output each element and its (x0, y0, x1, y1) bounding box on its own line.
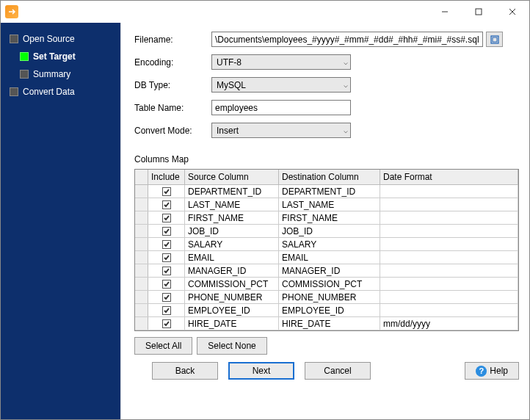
destination-column-cell[interactable]: EMAIL (279, 251, 380, 264)
select-all-button[interactable]: Select All (134, 337, 192, 355)
include-cell[interactable] (148, 291, 185, 303)
row-handle[interactable] (135, 198, 148, 211)
step-indicator-icon (20, 70, 29, 79)
source-column-cell[interactable]: HIRE_DATE (185, 317, 279, 330)
source-column-cell[interactable]: LAST_NAME (185, 198, 279, 211)
app-icon (5, 5, 18, 18)
source-column-cell[interactable]: MANAGER_ID (185, 264, 279, 277)
table-row[interactable]: SALARYSALARY (135, 238, 518, 251)
destination-column-cell[interactable]: COMMISSION_PCT (279, 278, 380, 290)
date-format-cell[interactable] (380, 198, 518, 211)
source-column-cell[interactable]: SALARY (185, 238, 279, 250)
sidebar-item-label: Convert Data (23, 87, 75, 97)
include-cell[interactable] (148, 185, 185, 198)
source-column-cell[interactable]: JOB_ID (185, 225, 279, 237)
row-handle[interactable] (135, 278, 148, 290)
date-format-cell[interactable] (380, 251, 518, 264)
source-column-cell[interactable]: EMPLOYEE_ID (185, 304, 279, 316)
grid-header-include[interactable]: Include (148, 170, 185, 184)
encoding-select[interactable]: UTF-8⌵ (211, 54, 351, 70)
include-cell[interactable] (148, 317, 185, 330)
next-button[interactable]: Next (228, 362, 294, 380)
select-none-button[interactable]: Select None (197, 337, 266, 355)
include-cell[interactable] (148, 198, 185, 211)
destination-column-cell[interactable]: PHONE_NUMBER (279, 291, 380, 303)
include-cell[interactable] (148, 225, 185, 237)
destination-column-cell[interactable]: JOB_ID (279, 225, 380, 237)
include-cell[interactable] (148, 238, 185, 250)
tablename-input[interactable] (211, 100, 351, 115)
table-row[interactable]: JOB_IDJOB_ID (135, 225, 518, 238)
destination-column-cell[interactable]: DEPARTMENT_ID (279, 185, 380, 198)
source-column-cell[interactable]: EMAIL (185, 251, 279, 264)
date-format-cell[interactable] (380, 185, 518, 198)
table-row[interactable]: COMMISSION_PCTCOMMISSION_PCT (135, 278, 518, 291)
destination-column-cell[interactable]: SALARY (279, 238, 380, 250)
grid-header-destination[interactable]: Destination Column (279, 170, 380, 184)
step-indicator-icon (20, 52, 29, 61)
row-handle[interactable] (135, 251, 148, 264)
row-handle[interactable] (135, 238, 148, 250)
help-button[interactable]: ? Help (465, 362, 519, 380)
filename-input[interactable] (211, 32, 483, 47)
include-cell[interactable] (148, 264, 185, 277)
row-handle[interactable] (135, 225, 148, 237)
destination-column-cell[interactable]: HIRE_DATE (279, 317, 380, 330)
convertmode-select[interactable]: Insert⌵ (211, 123, 351, 138)
checkbox-icon (162, 306, 171, 315)
table-row[interactable]: FIRST_NAMEFIRST_NAME (135, 211, 518, 225)
date-format-cell[interactable] (380, 264, 518, 277)
include-cell[interactable] (148, 278, 185, 290)
back-button[interactable]: Back (152, 362, 218, 380)
step-indicator-icon (10, 35, 18, 43)
table-row[interactable]: EMAILEMAIL (135, 251, 518, 264)
close-button[interactable] (495, 1, 529, 23)
grid-header-dateformat[interactable]: Date Format (380, 170, 518, 184)
date-format-cell[interactable] (380, 211, 518, 224)
source-column-cell[interactable]: FIRST_NAME (185, 211, 279, 224)
table-row[interactable]: DEPARTMENT_IDDEPARTMENT_ID (135, 185, 518, 198)
date-format-cell[interactable] (380, 238, 518, 250)
date-format-cell[interactable] (380, 278, 518, 290)
table-row[interactable]: LAST_NAMELAST_NAME (135, 198, 518, 211)
source-column-cell[interactable]: DEPARTMENT_ID (185, 185, 279, 198)
table-row[interactable]: HIRE_DATEHIRE_DATEmm/dd/yyyy (135, 317, 518, 330)
maximize-button[interactable] (462, 1, 495, 23)
table-row[interactable]: PHONE_NUMBERPHONE_NUMBER (135, 291, 518, 304)
destination-column-cell[interactable]: EMPLOYEE_ID (279, 304, 380, 316)
grid-header-source[interactable]: Source Column (185, 170, 279, 184)
date-format-cell[interactable] (380, 291, 518, 303)
include-cell[interactable] (148, 211, 185, 224)
include-cell[interactable] (148, 304, 185, 316)
browse-button[interactable] (486, 32, 503, 47)
row-handle[interactable] (135, 291, 148, 303)
help-icon: ? (476, 366, 487, 377)
row-handle[interactable] (135, 211, 148, 224)
date-format-cell[interactable]: mm/dd/yyyy (380, 317, 518, 330)
destination-column-cell[interactable]: MANAGER_ID (279, 264, 380, 277)
cancel-button[interactable]: Cancel (305, 362, 371, 380)
table-row[interactable]: MANAGER_IDMANAGER_ID (135, 264, 518, 278)
sidebar-item-set-target[interactable]: Set Target (7, 48, 120, 65)
source-column-cell[interactable]: PHONE_NUMBER (185, 291, 279, 303)
wizard-window: Open SourceSet TargetSummaryConvert Data… (0, 0, 530, 420)
row-handle[interactable] (135, 317, 148, 330)
row-handle[interactable] (135, 264, 148, 277)
row-handle[interactable] (135, 304, 148, 316)
sidebar-item-open-source[interactable]: Open Source (7, 30, 120, 48)
sidebar-item-convert-data[interactable]: Convert Data (7, 83, 120, 101)
source-column-cell[interactable]: COMMISSION_PCT (185, 278, 279, 290)
convertmode-value: Insert (217, 126, 239, 136)
sidebar-item-summary[interactable]: Summary (7, 65, 120, 83)
dbtype-select[interactable]: MySQL⌵ (211, 77, 351, 93)
sidebar-item-label: Summary (33, 69, 70, 79)
date-format-cell[interactable] (380, 304, 518, 316)
row-handle[interactable] (135, 185, 148, 198)
date-format-cell[interactable] (380, 225, 518, 237)
destination-column-cell[interactable]: LAST_NAME (279, 198, 380, 211)
table-row[interactable]: EMPLOYEE_IDEMPLOYEE_ID (135, 304, 518, 317)
include-cell[interactable] (148, 251, 185, 264)
destination-column-cell[interactable]: FIRST_NAME (279, 211, 380, 224)
titlebar (1, 1, 529, 23)
minimize-button[interactable] (428, 1, 462, 23)
